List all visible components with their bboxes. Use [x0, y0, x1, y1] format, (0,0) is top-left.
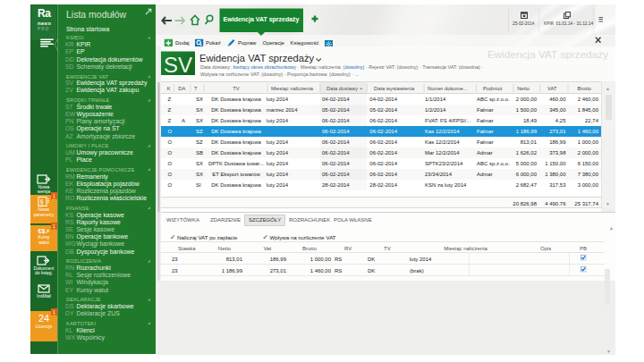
- svg-text:§: §: [40, 198, 45, 206]
